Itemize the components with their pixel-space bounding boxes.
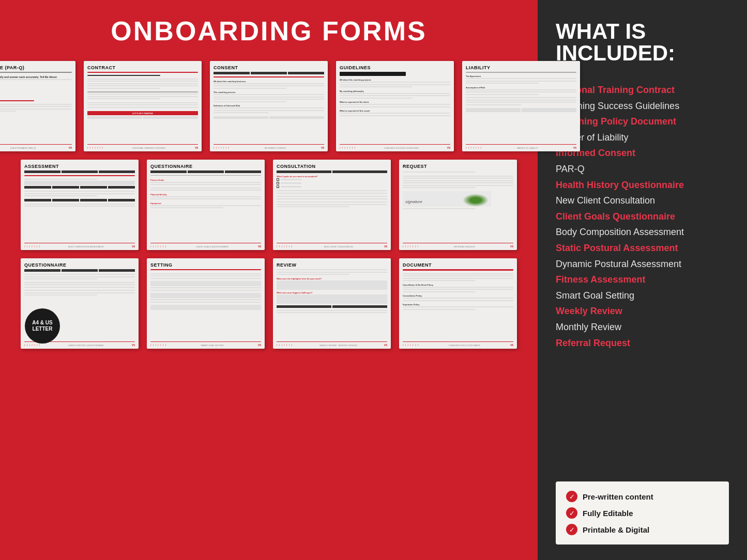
included-item: Personal Training Contract [556, 82, 729, 98]
feature-item: ✓Fully Editable [566, 507, 719, 519]
feature-item: ✓Printable & Digital [566, 524, 719, 535]
doc-card-review: REVIEW What were the highlights from the… [273, 258, 391, 349]
doc-card-contract: CONTRACT [84, 61, 202, 151]
included-item: Client Goals Questionnaire [556, 209, 729, 225]
doc-card-consultation: CONSULTATION What 3 goals do you want to… [273, 160, 391, 250]
included-list: Personal Training ContractCoaching Succe… [556, 82, 729, 466]
checkmark-icon: ✓ [566, 491, 577, 502]
doc-card-questionnaire2: QUESTIONNAIRE Fitness Goals [147, 160, 265, 250]
doc-row-3: QUESTIONNAIRE [16, 258, 522, 349]
doc-row-1: QUESTIONNAIRE (PAR-Q) Please tick the qu… [16, 61, 522, 151]
doc-card-document: DOCUMENT Cancellation & No Show Policy [399, 258, 517, 349]
included-item: Monthly Review [556, 319, 729, 335]
features-box: ✓Pre-written content✓Fully Editable✓Prin… [556, 481, 729, 545]
included-item: Weekly Review [556, 303, 729, 319]
main-title: ONBOARDING FORMS [111, 15, 426, 46]
doc-row-2: ASSESSMENT [16, 160, 522, 250]
included-item: Informed Consent [556, 145, 729, 161]
doc-card-guidelines: GUIDELINES All about this coaching purpo… [336, 61, 454, 151]
checkmark-icon: ✓ [566, 507, 577, 519]
left-panel: ONBOARDING FORMS QUESTIONNAIRE (PAR-Q) P… [0, 0, 538, 560]
feature-item: ✓Pre-written content [566, 491, 719, 502]
included-item: Body Composition Assessment [556, 224, 729, 240]
included-item: New Client Consultation [556, 193, 729, 209]
included-item: Coaching Policy Document [556, 114, 729, 130]
doc-card-parq: QUESTIONNAIRE (PAR-Q) Please tick the qu… [0, 61, 75, 151]
document-grid: QUESTIONNAIRE (PAR-Q) Please tick the qu… [16, 61, 522, 349]
size-badge: A4 & USLETTER [25, 308, 60, 344]
feature-label: Fully Editable [583, 509, 633, 518]
doc-card-request: REQUEST [399, 160, 517, 250]
doc-card-questionnaire3: QUESTIONNAIRE [21, 258, 139, 349]
feature-label: Pre-written content [583, 492, 653, 501]
included-item: Waiver of Liability [556, 130, 729, 146]
feature-label: Printable & Digital [583, 525, 649, 534]
doc-card-assessment: ASSESSMENT [21, 160, 139, 250]
doc-card-setting: SETTING [147, 258, 265, 349]
right-title: WHAT IS INCLUDED: [556, 21, 729, 64]
included-item: PAR-Q [556, 161, 729, 177]
included-item: Health History Questionnaire [556, 177, 729, 193]
included-item: Static Postural Assessment [556, 240, 729, 256]
included-item: Coaching Success Guidelines [556, 98, 729, 114]
included-item: Dynamic Postural Assessment [556, 256, 729, 272]
checkmark-icon: ✓ [566, 524, 577, 535]
doc-card-liability: LIABILITY The Agreement Assumption of Ri… [462, 61, 580, 151]
included-item: Referral Request [556, 335, 729, 351]
included-item: Fitness Assessment [556, 272, 729, 288]
included-item: Smart Goal Setting [556, 288, 729, 304]
doc-card-consent: CONSENT All about this coaching business [210, 61, 328, 151]
